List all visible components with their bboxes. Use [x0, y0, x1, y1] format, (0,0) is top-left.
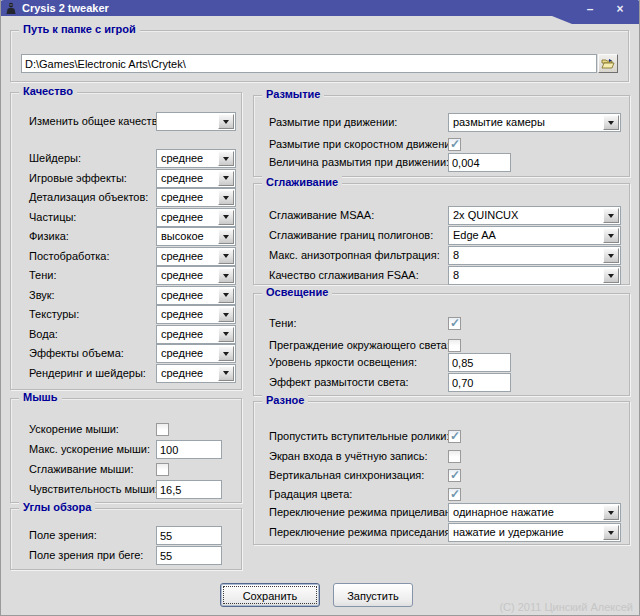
- speed-blur-checkbox[interactable]: [448, 138, 461, 151]
- fsaa-select[interactable]: 8: [448, 266, 621, 285]
- fov-input[interactable]: [156, 526, 222, 545]
- minimize-button[interactable]: –: [582, 3, 598, 17]
- dropdown-arrow-icon[interactable]: [218, 229, 234, 244]
- combo-value: среднее: [161, 289, 203, 301]
- dropdown-arrow-icon[interactable]: [603, 115, 619, 130]
- group-title: Освещение: [262, 286, 332, 298]
- close-button[interactable]: ×: [612, 3, 628, 17]
- mouse-accel-checkbox[interactable]: [156, 423, 169, 436]
- field-label: Макс. ускорение мыши:: [29, 440, 150, 459]
- field-label: Сглаживание MSAA:: [269, 206, 374, 225]
- dropdown-arrow-icon[interactable]: [603, 505, 619, 520]
- motion-blur-select[interactable]: размытие камеры: [448, 113, 621, 132]
- field-label: Сглаживание мыши:: [29, 460, 133, 479]
- rendering-shaders-select[interactable]: среднее: [156, 364, 236, 383]
- edge-aa-select[interactable]: Edge AA: [448, 226, 621, 245]
- msaa-select[interactable]: 2x QUINCUX: [448, 206, 621, 225]
- login-screen-checkbox[interactable]: [448, 450, 461, 463]
- field-label: Размытие при движении:: [269, 113, 397, 132]
- group-blur: Размытие Размытие при движении: размытие…: [253, 95, 630, 177]
- field-label: Изменить общее качество:: [29, 112, 167, 131]
- group-misc: Разное Пропустить вступительные ролики: …: [253, 401, 630, 545]
- group-title: Путь к папке с игрой: [19, 23, 140, 35]
- shadows-quality-select[interactable]: среднее: [156, 266, 236, 285]
- group-lighting: Освещение Тени: Преграждение окружающего…: [253, 293, 630, 396]
- field-label: Вертикальная синхронизация:: [269, 466, 424, 485]
- group-fov: Углы обзора Поле зрения: Поле зрения при…: [10, 508, 242, 570]
- dropdown-arrow-icon[interactable]: [218, 114, 234, 129]
- field-label: Постобработка:: [29, 247, 110, 266]
- dropdown-arrow-icon[interactable]: [603, 228, 619, 243]
- brightness-level-input[interactable]: [448, 353, 511, 372]
- field-label: Градация цвета:: [269, 485, 352, 504]
- vsync-checkbox[interactable]: [448, 469, 461, 482]
- group-title: Размытие: [262, 88, 324, 100]
- field-label: Тени:: [29, 266, 57, 285]
- dropdown-arrow-icon[interactable]: [218, 288, 234, 303]
- combo-value: среднее: [161, 367, 203, 379]
- field-label: Переключение режима приседания:: [269, 523, 454, 542]
- aim-toggle-select[interactable]: одинарное нажатие: [448, 503, 621, 522]
- anisotropic-select[interactable]: 8: [448, 246, 621, 265]
- shaders-select[interactable]: среднее: [156, 149, 236, 168]
- ambient-occlusion-checkbox[interactable]: [448, 339, 461, 352]
- particles-select[interactable]: среднее: [156, 208, 236, 227]
- overall-quality-select[interactable]: [156, 112, 236, 131]
- dropdown-arrow-icon[interactable]: [218, 249, 234, 264]
- dropdown-arrow-icon[interactable]: [218, 151, 234, 166]
- group-title: Мышь: [19, 391, 62, 403]
- skip-intro-checkbox[interactable]: [448, 430, 461, 443]
- combo-value: нажатие и удержание: [453, 526, 564, 538]
- field-label: Рендеринг и шейдеры:: [29, 364, 146, 383]
- light-blur-input[interactable]: [448, 373, 511, 392]
- combo-value: размытие камеры: [453, 116, 545, 128]
- dropdown-arrow-icon[interactable]: [603, 248, 619, 263]
- field-label: Пропустить вступительные ролики:: [269, 427, 450, 446]
- field-label: Размытие при скоростном движении:: [269, 135, 460, 154]
- dropdown-arrow-icon[interactable]: [218, 190, 234, 205]
- combo-value: среднее: [161, 328, 203, 340]
- launch-button[interactable]: Запустить: [333, 583, 413, 607]
- game-effects-select[interactable]: среднее: [156, 169, 236, 188]
- field-label: Поле зрения при беге:: [29, 546, 143, 565]
- dropdown-arrow-icon[interactable]: [218, 307, 234, 322]
- dropdown-arrow-icon[interactable]: [218, 346, 234, 361]
- save-button[interactable]: Сохранить: [220, 583, 320, 607]
- object-detail-select[interactable]: среднее: [156, 188, 236, 207]
- sound-select[interactable]: среднее: [156, 286, 236, 305]
- crouch-toggle-select[interactable]: нажатие и удержание: [448, 523, 621, 542]
- physics-select[interactable]: высокое: [156, 227, 236, 246]
- field-label: Переключение режима прицеливания:: [269, 503, 466, 522]
- combo-value: среднее: [161, 191, 203, 203]
- color-grading-checkbox[interactable]: [448, 488, 461, 501]
- dropdown-arrow-icon[interactable]: [218, 268, 234, 283]
- shadows-checkbox[interactable]: [448, 317, 461, 330]
- game-path-input[interactable]: [21, 54, 597, 73]
- combo-value: среднее: [161, 308, 203, 320]
- group-title: Сглаживание: [262, 176, 342, 188]
- textures-select[interactable]: среднее: [156, 305, 236, 324]
- volume-effects-select[interactable]: среднее: [156, 344, 236, 363]
- blur-amount-input[interactable]: [448, 153, 511, 172]
- dropdown-arrow-icon[interactable]: [603, 268, 619, 283]
- group-game-path: Путь к папке с игрой: [10, 30, 629, 82]
- water-select[interactable]: среднее: [156, 325, 236, 344]
- combo-value: среднее: [161, 269, 203, 281]
- field-label: Макс. анизотропная фильтрация:: [269, 246, 440, 265]
- dropdown-arrow-icon[interactable]: [218, 171, 234, 186]
- postprocessing-select[interactable]: среднее: [156, 247, 236, 266]
- field-label: Ускорение мыши:: [29, 420, 119, 439]
- dropdown-arrow-icon[interactable]: [603, 525, 619, 540]
- group-title: Углы обзора: [19, 501, 95, 513]
- dropdown-arrow-icon[interactable]: [218, 210, 234, 225]
- combo-value: 8: [453, 249, 459, 261]
- field-label: Тени:: [269, 314, 297, 333]
- mouse-smoothing-checkbox[interactable]: [156, 463, 169, 476]
- mouse-sensitivity-input[interactable]: [156, 480, 222, 499]
- dropdown-arrow-icon[interactable]: [603, 208, 619, 223]
- dropdown-arrow-icon[interactable]: [218, 327, 234, 342]
- mouse-max-accel-input[interactable]: [156, 440, 222, 459]
- browse-folder-button[interactable]: [598, 54, 618, 73]
- fov-run-input[interactable]: [156, 546, 222, 565]
- dropdown-arrow-icon[interactable]: [218, 366, 234, 381]
